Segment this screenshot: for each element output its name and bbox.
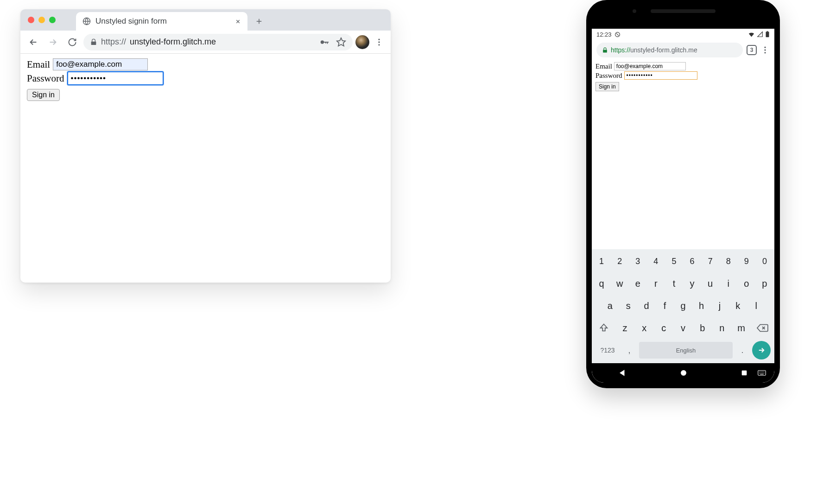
nav-keyboard-button[interactable] xyxy=(758,370,766,376)
key-m[interactable]: m xyxy=(733,319,750,337)
key-4[interactable]: 4 xyxy=(648,252,664,271)
key-z[interactable]: z xyxy=(616,319,633,337)
nav-recent-button[interactable] xyxy=(741,369,748,377)
wifi-icon xyxy=(748,31,755,38)
close-window-button[interactable] xyxy=(28,17,34,23)
key-d[interactable]: d xyxy=(639,296,654,315)
svg-rect-16 xyxy=(742,371,747,376)
close-tab-icon[interactable] xyxy=(235,19,241,25)
key-l[interactable]: l xyxy=(748,296,764,315)
period-key[interactable]: . xyxy=(735,341,749,359)
mobile-signin-button[interactable]: Sign in xyxy=(595,82,619,91)
signin-button[interactable]: Sign in xyxy=(27,89,60,101)
key-3[interactable]: 3 xyxy=(630,252,646,271)
key-k[interactable]: k xyxy=(730,296,746,315)
globe-icon xyxy=(82,17,91,25)
key-2[interactable]: 2 xyxy=(612,252,627,271)
battery-icon xyxy=(765,31,770,38)
svg-rect-11 xyxy=(767,31,768,32)
comma-key[interactable]: , xyxy=(622,341,636,359)
backspace-key[interactable] xyxy=(752,319,773,337)
key-b[interactable]: b xyxy=(694,319,711,337)
key-y[interactable]: y xyxy=(684,274,700,293)
key-g[interactable]: g xyxy=(675,296,691,315)
key-e[interactable]: e xyxy=(630,274,646,293)
svg-point-12 xyxy=(764,47,766,48)
svg-rect-3 xyxy=(327,42,328,44)
svg-rect-2 xyxy=(323,42,329,43)
key-q[interactable]: q xyxy=(594,274,609,293)
svg-rect-10 xyxy=(766,32,769,37)
window-controls xyxy=(28,17,56,23)
key-9[interactable]: 9 xyxy=(739,252,754,271)
svg-point-8 xyxy=(378,44,380,45)
mobile-email-label: Email xyxy=(595,63,612,70)
space-key[interactable]: English xyxy=(639,342,733,359)
password-field[interactable] xyxy=(67,71,164,85)
tab-strip: Unstyled signin form xyxy=(20,9,391,31)
key-7[interactable]: 7 xyxy=(703,252,718,271)
keyboard-row-space: ?123 , English . xyxy=(594,341,773,359)
email-label: Email xyxy=(27,59,50,70)
keyboard-switch-key[interactable]: ?123 xyxy=(595,341,620,359)
key-8[interactable]: 8 xyxy=(721,252,736,271)
reload-button[interactable] xyxy=(64,34,81,50)
key-v[interactable]: v xyxy=(675,319,692,337)
key-t[interactable]: t xyxy=(666,274,682,293)
lock-icon xyxy=(602,47,608,53)
svg-point-6 xyxy=(378,38,380,40)
nav-home-button[interactable] xyxy=(679,369,688,377)
keyboard-row-numbers: 1234567890 xyxy=(594,252,773,271)
url-scheme: https:// xyxy=(101,37,126,47)
key-c[interactable]: c xyxy=(655,319,672,337)
nav-back-button[interactable] xyxy=(618,369,627,377)
maximize-window-button[interactable] xyxy=(49,17,56,23)
star-icon[interactable] xyxy=(336,37,346,47)
back-button[interactable] xyxy=(25,34,42,50)
mobile-password-field[interactable] xyxy=(624,71,697,80)
tab-count-button[interactable]: 3 xyxy=(747,45,757,55)
key-0[interactable]: 0 xyxy=(757,252,773,271)
key-u[interactable]: u xyxy=(703,274,718,293)
key-n[interactable]: n xyxy=(713,319,730,337)
key-o[interactable]: o xyxy=(739,274,754,293)
phone-camera-dot xyxy=(633,9,636,13)
minimize-window-button[interactable] xyxy=(38,17,45,23)
address-bar[interactable]: https://unstyled-form.glitch.me xyxy=(83,34,353,50)
key-r[interactable]: r xyxy=(648,274,664,293)
key-6[interactable]: 6 xyxy=(684,252,700,271)
page-content: Email Password Sign in xyxy=(20,54,391,106)
key-f[interactable]: f xyxy=(657,296,672,315)
key-1[interactable]: 1 xyxy=(594,252,609,271)
key-w[interactable]: w xyxy=(612,274,627,293)
key-s[interactable]: s xyxy=(620,296,636,315)
phone-speaker xyxy=(651,9,716,13)
mobile-menu-button[interactable] xyxy=(760,45,770,55)
key-icon[interactable] xyxy=(319,37,329,47)
profile-avatar[interactable] xyxy=(355,35,369,49)
mobile-address-bar[interactable]: https://unstyled-form.glitch.me xyxy=(596,43,743,57)
key-j[interactable]: j xyxy=(712,296,728,315)
browser-toolbar: https://unstyled-form.glitch.me xyxy=(20,31,391,54)
new-tab-button[interactable] xyxy=(252,14,266,28)
soft-keyboard: 1234567890 qwertyuiop asdfghjkl zxcvbnm … xyxy=(592,249,774,363)
key-5[interactable]: 5 xyxy=(666,252,682,271)
android-nav-bar xyxy=(592,363,774,383)
status-bar: 12:23 xyxy=(592,29,774,40)
email-field[interactable] xyxy=(53,58,148,70)
forward-button[interactable] xyxy=(44,34,61,50)
enter-key[interactable] xyxy=(752,341,771,359)
mobile-email-field[interactable] xyxy=(614,62,686,70)
shift-key[interactable] xyxy=(594,319,614,337)
key-i[interactable]: i xyxy=(721,274,736,293)
signal-icon xyxy=(757,31,763,38)
mobile-url-scheme: https:// xyxy=(611,46,630,54)
key-a[interactable]: a xyxy=(602,296,618,315)
browser-tab[interactable]: Unstyled signin form xyxy=(76,12,247,31)
key-h[interactable]: h xyxy=(693,296,709,315)
browser-menu-button[interactable] xyxy=(372,38,386,47)
mobile-page-content: Email Password Sign in xyxy=(592,60,774,93)
tab-title: Unstyled signin form xyxy=(95,17,230,26)
key-p[interactable]: p xyxy=(757,274,773,293)
key-x[interactable]: x xyxy=(636,319,653,337)
